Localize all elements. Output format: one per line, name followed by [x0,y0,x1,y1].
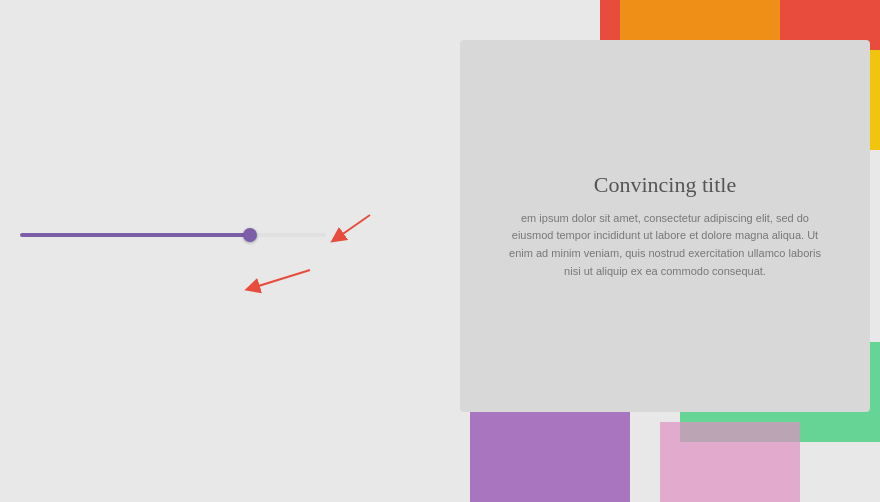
preview-body: em ipsum dolor sit amet, consectetur adi… [505,210,825,280]
preview-card: Convincing title em ipsum dolor sit amet… [460,40,870,412]
slider-fill [20,233,250,237]
width-slider[interactable] [20,233,326,237]
slider-thumb[interactable] [243,228,257,242]
preview-title: Convincing title [594,172,736,198]
